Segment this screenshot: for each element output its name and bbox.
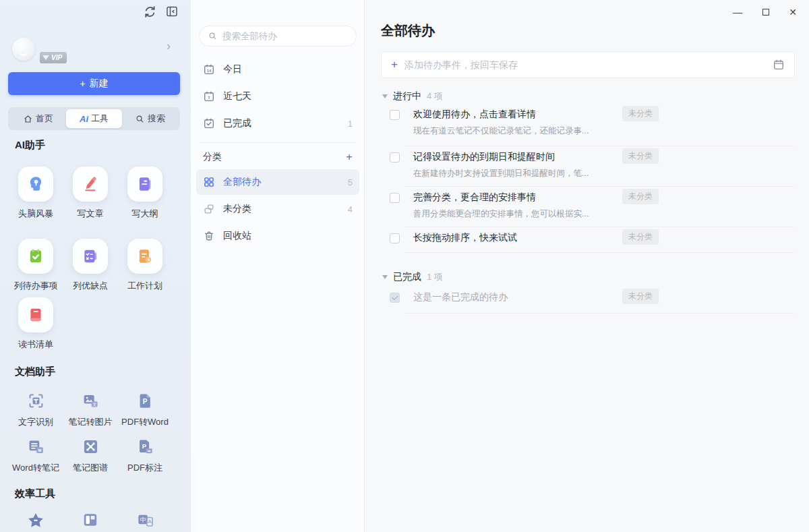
checkbox[interactable] (390, 193, 400, 203)
smart-list-week[interactable]: 7 近七天 (196, 84, 359, 109)
collapse-sidebar-icon[interactable] (165, 5, 180, 20)
user-avatar[interactable] (12, 38, 35, 61)
ai-tool-label: 列待办事项 (9, 280, 63, 292)
todo-row[interactable]: 完善分类，更合理的安排事情 未分类 (390, 189, 794, 206)
work-plan-icon (136, 247, 154, 265)
calendar-week-icon: 7 (203, 90, 215, 102)
chevron-right-icon[interactable]: › (167, 39, 171, 53)
doc-tool-pdf-to-word[interactable]: P PDF转Word (115, 392, 175, 428)
doc-tool-note-graph[interactable]: 笔记图谱 (60, 438, 121, 474)
todo-tag-badge: 未分类 (622, 106, 659, 121)
doc-tool-label: PDF标注 (115, 462, 175, 474)
vip-label: VIP (51, 54, 62, 61)
doc-tool-label: Word转笔记 (5, 462, 66, 474)
collapse-triangle-icon (382, 275, 388, 279)
eff-tool-kanban[interactable] (63, 511, 117, 531)
eff-tool-favorites[interactable] (9, 511, 63, 532)
calendar-today-icon: 14 (203, 63, 215, 76)
ai-tool-pros-cons[interactable]: 列优缺点 (63, 239, 117, 292)
svg-text:A: A (148, 519, 152, 525)
category-uncategorized[interactable]: 未分类 4 (196, 196, 359, 222)
doc-tool-ocr[interactable]: 文字识别 (5, 392, 66, 428)
search-input[interactable] (222, 31, 330, 41)
checkbox-checked[interactable] (390, 293, 400, 303)
add-category-button[interactable]: + (346, 151, 353, 163)
doc-tool-word-to-note[interactable]: w Word转笔记 (5, 438, 66, 474)
close-button[interactable]: ✕ (785, 4, 801, 20)
tab-search[interactable]: 搜索 (122, 109, 178, 128)
tab-home[interactable]: 首页 (10, 109, 66, 128)
section-heading-doc: 文档助手 (15, 365, 55, 378)
trash-icon (203, 230, 215, 242)
plus-icon: + (80, 78, 85, 89)
todo-title[interactable]: 这是一条已完成的待办 (413, 291, 508, 303)
maximize-button[interactable] (758, 4, 774, 20)
todo-title[interactable]: 完善分类，更合理的安排事情 (413, 191, 536, 204)
category-label: 全部待办 (223, 176, 261, 188)
todo-subtitle: 在新建待办时支持设置到期日和提醒时间，笔... (413, 168, 589, 179)
ai-tool-label: 读书清单 (9, 338, 63, 351)
todo-subtitle: 善用分类能更合理的安排事情，您可以根据实... (413, 208, 589, 220)
category-count: 5 (348, 177, 353, 187)
minimize-button[interactable]: — (729, 4, 746, 20)
doc-tool-label: PDF转Word (115, 416, 175, 428)
add-todo-box[interactable]: + (381, 51, 795, 78)
ai-tool-todo-list[interactable]: 列待办事项 (9, 239, 63, 292)
ai-tool-write-outline[interactable]: 写大纲 (118, 167, 172, 220)
vip-shield-icon (42, 55, 49, 60)
todo-tag-badge: 未分类 (622, 289, 659, 304)
search-icon (208, 31, 218, 41)
category-label: 回收站 (223, 230, 251, 242)
section-heading-ai: AI助手 (15, 139, 45, 152)
todo-tag-badge: 未分类 (622, 148, 659, 164)
svg-text:7: 7 (208, 95, 210, 100)
word-to-note-icon: w (27, 438, 45, 456)
doc-tool-label: 文字识别 (5, 416, 66, 428)
svg-text:中: 中 (140, 516, 146, 523)
divider (404, 252, 794, 253)
todo-search-box[interactable] (199, 26, 357, 47)
tab-ai-tools[interactable]: Ai 工具 (66, 109, 122, 128)
svg-text:P: P (142, 442, 146, 450)
pencil-icon (82, 175, 99, 193)
todo-title[interactable]: 记得设置待办的到期日和提醒时间 (413, 151, 555, 163)
ai-tool-label: 头脑风暴 (9, 208, 63, 220)
ai-tool-brainstorm[interactable]: 头脑风暴 (9, 167, 63, 220)
checkbox[interactable] (390, 152, 400, 162)
todo-row[interactable]: 长按拖动排序，快来试试 未分类 (390, 230, 794, 246)
ai-tool-reading-list[interactable]: 读书清单 (9, 297, 63, 351)
add-todo-input[interactable] (404, 59, 766, 70)
category-all-todos[interactable]: 全部待办 5 (196, 169, 359, 195)
checkbox[interactable] (390, 233, 400, 243)
ai-tool-write-article[interactable]: 写文章 (63, 167, 117, 220)
section-completed[interactable]: 已完成 1 项 (382, 271, 443, 283)
smart-list-completed[interactable]: 已完成 1 (196, 111, 359, 136)
smart-list-today[interactable]: 14 今日 (196, 57, 359, 82)
todo-row[interactable]: 欢迎使用待办，点击查看详情 未分类 (390, 107, 794, 123)
todo-row-completed[interactable]: 这是一条已完成的待办 未分类 (390, 289, 794, 305)
checkbox[interactable] (390, 110, 400, 120)
outline-doc-icon (136, 175, 154, 193)
todo-subtitle: 现在有道云笔记不仅能记录笔记，还能记录事... (413, 125, 589, 137)
section-name: 进行中 (393, 90, 421, 102)
svg-text:P: P (142, 398, 147, 405)
ai-tool-work-plan[interactable]: 工作计划 (118, 239, 172, 292)
todo-title[interactable]: 长按拖动排序，快来试试 (413, 232, 517, 244)
category-trash[interactable]: 回收站 (196, 223, 359, 249)
section-in-progress[interactable]: 进行中 4 项 (382, 90, 443, 102)
eff-tool-translate[interactable]: 中 A (118, 511, 172, 532)
todo-row[interactable]: 记得设置待办的到期日和提醒时间 未分类 (390, 149, 794, 165)
doc-tool-note-to-image[interactable]: 文 笔记转图片 (60, 392, 121, 428)
category-label: 未分类 (223, 203, 251, 215)
todo-title[interactable]: 欢迎使用待办，点击查看详情 (413, 109, 536, 121)
uncategorized-icon (203, 203, 215, 215)
svg-text:w: w (37, 448, 41, 452)
sync-icon[interactable] (143, 5, 158, 20)
doc-tool-pdf-annotate[interactable]: P PDF标注 (115, 438, 175, 474)
vip-badge[interactable]: VIP (40, 52, 67, 63)
category-header-label: 分类 (203, 151, 222, 163)
new-note-button[interactable]: + 新建 (8, 72, 180, 95)
calendar-picker-icon[interactable] (773, 59, 785, 71)
smart-list-label: 近七天 (223, 90, 251, 102)
grid-icon (203, 176, 215, 188)
